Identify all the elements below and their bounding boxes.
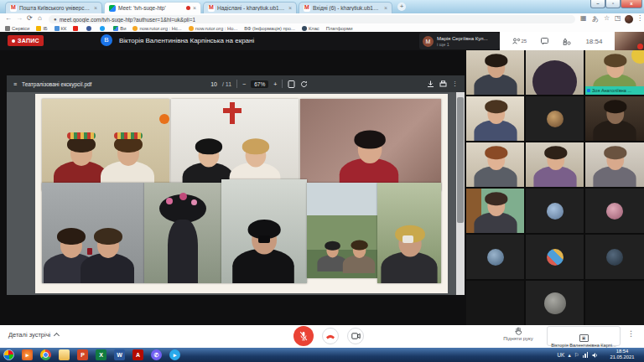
bookmark-platform[interactable]: Платформи (326, 26, 353, 31)
video-tile[interactable] (526, 142, 584, 187)
participant-pill[interactable]: М Марія Сергіївна Кул... і ще 1 (419, 33, 500, 49)
tab-close-icon[interactable]: × (384, 5, 387, 11)
video-tile-empty[interactable] (466, 281, 524, 325)
file-explorer-icon[interactable] (59, 349, 70, 360)
new-tab-button[interactable]: + (397, 3, 406, 11)
presentation-menu-icon[interactable]: ⋮ (627, 329, 635, 338)
taskbar-clock[interactable]: 18:54 21.05.2021 (602, 349, 642, 360)
tab-close-icon[interactable]: × (193, 5, 196, 11)
bookmark-youtube[interactable] (73, 26, 80, 31)
video-tile-camera-off[interactable] (526, 189, 584, 233)
bookmark-facebook[interactable] (86, 26, 93, 31)
network-icon[interactable] (583, 352, 589, 358)
video-tile-camera-off[interactable] (585, 235, 644, 279)
tab-gmail-inbox[interactable]: Вхідні (6) - kharytiuk.ub18@ku... × (299, 2, 392, 13)
apps-grid-icon (5, 26, 10, 31)
video-tile-camera-off[interactable] (466, 235, 524, 279)
photo-flower-hat-person (144, 183, 221, 283)
video-tile[interactable] (466, 189, 524, 233)
system-tray[interactable]: UK ▴ ⚐ (557, 348, 599, 362)
video-tile[interactable] (526, 50, 584, 95)
pdf-menu-icon[interactable]: ≡ (13, 81, 17, 87)
bookmark-drive[interactable]: Ви (113, 26, 126, 31)
window-close-button[interactable]: x (621, 0, 642, 8)
translate-icon[interactable]: あ (592, 14, 599, 23)
action-center-flag-icon[interactable]: ⚐ (574, 352, 579, 359)
window-maximize-button[interactable]: ▫ (605, 0, 621, 8)
video-tile-camera-off[interactable] (526, 281, 584, 325)
window-minimize-button[interactable]: – (590, 0, 605, 8)
video-tile[interactable] (466, 96, 524, 141)
start-button[interactable] (3, 349, 14, 360)
print-icon[interactable] (439, 80, 447, 88)
browser-menu-icon[interactable]: ⋮ (636, 14, 643, 22)
video-tile-camera-off[interactable] (585, 189, 644, 233)
video-tile[interactable] (466, 50, 524, 95)
leave-call-button[interactable] (322, 328, 339, 344)
video-tile[interactable] (585, 142, 644, 187)
reload-icon[interactable]: ⟳ (27, 14, 33, 22)
home-icon[interactable]: ⌂ (38, 14, 42, 22)
pdf-scrollbar[interactable] (456, 92, 465, 295)
show-hidden-icons[interactable]: ▴ (568, 352, 570, 359)
bookmark-kk[interactable]: КК (55, 26, 67, 31)
tab-close-icon[interactable]: × (94, 5, 97, 11)
acrobat-icon[interactable]: A (132, 349, 143, 360)
video-tile[interactable] (466, 142, 524, 187)
rotate-icon[interactable] (300, 80, 308, 88)
video-tile-speaking[interactable]: Зоя Анатоліївна ... (585, 50, 644, 95)
profile-avatar[interactable] (625, 15, 633, 23)
tab-meet-active[interactable]: Meet: 'tvh-suge-htp' × (104, 2, 201, 13)
bookmark-star-icon[interactable]: ☆ (604, 14, 610, 22)
bookmark-info[interactable]: ВФ (Інформація) про... (244, 26, 295, 31)
avatar (606, 203, 623, 220)
pdf-more-menu-icon[interactable]: ⋮ (452, 80, 458, 87)
speaker-icon[interactable] (592, 352, 599, 359)
zoom-in-button[interactable]: + (273, 81, 277, 87)
presenting-now-card[interactable]: ▣ Вікторія Валентинівна Карпі... проводи… (547, 326, 621, 346)
bookmark-twitter[interactable] (100, 26, 106, 31)
telegram-icon[interactable]: ▸ (169, 349, 180, 360)
video-tile-camera-off[interactable] (526, 96, 584, 141)
back-icon[interactable]: ← (5, 14, 12, 22)
camera-toggle-button[interactable] (347, 328, 364, 344)
fit-page-icon[interactable] (288, 80, 295, 88)
microphone-mute-button[interactable] (293, 326, 314, 346)
raise-hand-button[interactable]: Підняти руку (496, 327, 540, 341)
extensions-puzzle-icon[interactable]: ◳ (615, 14, 621, 22)
activities-button[interactable] (563, 38, 571, 45)
self-view-tile[interactable] (615, 32, 644, 50)
photo-woman-red-shawl (300, 99, 441, 191)
tab-title: Пошта Київського університету і... (19, 5, 91, 11)
video-tile-empty[interactable] (585, 281, 644, 325)
bookmark-apps[interactable]: Сервіси (5, 26, 29, 31)
chat-button[interactable] (541, 38, 548, 45)
media-player-icon[interactable]: ▸ (22, 349, 33, 360)
video-tile[interactable] (585, 96, 644, 141)
photo-straw-hat-masked-man (377, 183, 441, 283)
bookmark-class[interactable]: Клас (302, 26, 319, 31)
video-tile-camera-off[interactable] (526, 235, 584, 279)
meeting-details-button[interactable]: Деталі зустрічі (8, 331, 59, 339)
bookmark-rutor-1[interactable]: now.rutor.org : Нс... (132, 26, 181, 31)
scrollbar-thumb[interactable] (457, 97, 464, 223)
chrome-icon[interactable] (40, 349, 51, 360)
viber-icon[interactable]: ✆ (151, 349, 162, 360)
url-input[interactable]: ● meet.google.com/tvh-suge-htp?authuser=… (49, 15, 575, 23)
tab-close-icon[interactable]: × (288, 5, 292, 11)
participants-button[interactable]: 25 (512, 38, 527, 44)
zoom-out-button[interactable]: − (242, 81, 246, 87)
excel-icon[interactable]: X (96, 349, 106, 360)
language-indicator[interactable]: UK (557, 352, 564, 358)
tab-gmail-sent[interactable]: Надіслані - kharytiuk.ub18@ku... × (203, 2, 297, 13)
bookmark-rutor-2[interactable]: now.rutor.org : Но... (189, 26, 238, 31)
pdf-zoom-level[interactable]: 67% (251, 80, 268, 88)
word-icon[interactable]: W (114, 349, 125, 360)
tab-gmail-inbox-university[interactable]: Пошта Київського університету і... × (5, 2, 102, 13)
bookmark-ib[interactable]: ІБ (36, 26, 47, 31)
forward-icon[interactable]: → (16, 14, 23, 22)
card-icon[interactable]: ▦ (580, 14, 587, 22)
pdf-page-input[interactable]: 10 (210, 81, 217, 87)
powerpoint-icon[interactable]: P (77, 349, 88, 360)
download-icon[interactable] (427, 80, 434, 88)
